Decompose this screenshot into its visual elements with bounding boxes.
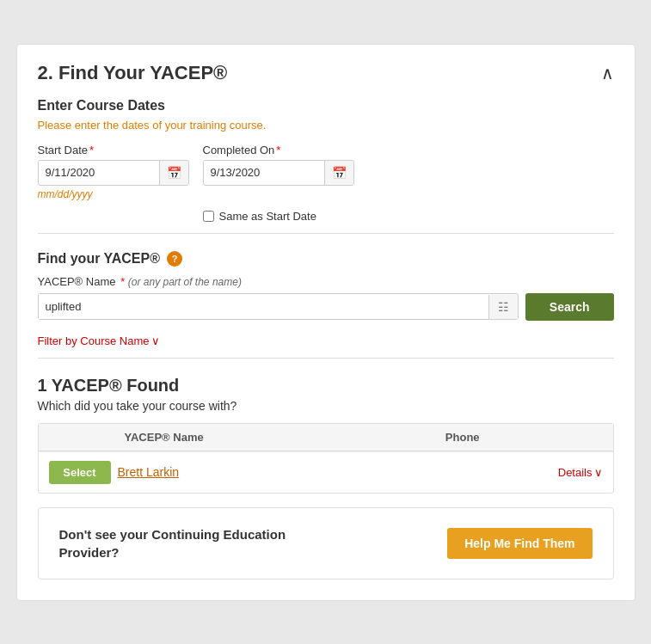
divider-1 [38, 233, 614, 234]
table-col-phone: Phone [445, 431, 603, 444]
completed-on-required: * [276, 144, 280, 156]
same-as-start-checkbox[interactable] [203, 211, 214, 222]
course-dates-title: Enter Course Dates [38, 98, 614, 113]
start-date-input[interactable] [39, 161, 159, 184]
completed-on-input[interactable] [204, 161, 324, 184]
start-date-required: * [89, 144, 94, 156]
yacep-search-input[interactable] [39, 294, 488, 319]
date-row: Start Date* 📅 mm/dd/yyyy Completed On* 📅… [38, 144, 614, 223]
start-date-format-hint: mm/dd/yyyy [38, 188, 189, 200]
grid-icon-btn[interactable]: ☷ [488, 295, 518, 319]
section-title-text: 2. Find Your YACEP [38, 62, 214, 83]
results-title: 1 YACEP® Found [38, 376, 614, 396]
search-row: ☷ Search [38, 293, 614, 321]
same-date-row: Same as Start Date [203, 210, 354, 223]
table-header: YACEP® Name Phone [39, 424, 613, 451]
yacep-name-required: * [120, 275, 125, 288]
start-date-label: Start Date* [38, 144, 189, 156]
completed-on-label: Completed On* [203, 144, 354, 156]
same-as-start-label: Same as Start Date [219, 210, 316, 223]
section-title: 2. Find Your YACEP® [38, 62, 228, 84]
table-col-name: YACEP® Name [125, 431, 439, 444]
search-input-wrap: ☷ [38, 293, 519, 320]
select-button[interactable]: Select [49, 461, 111, 484]
registered-mark: ® [213, 62, 227, 83]
not-found-box: Don't see your Continuing Education Prov… [38, 507, 614, 580]
divider-2 [38, 358, 614, 359]
not-found-text: Don't see your Continuing Education Prov… [59, 525, 317, 561]
yacep-name[interactable]: Brett Larkin [118, 465, 402, 479]
results-subtitle: Which did you take your course with? [38, 399, 614, 413]
help-me-find-button[interactable]: Help Me Find Them [447, 528, 592, 559]
find-yacep-section: Find your YACEP® ? YACEP® Name * (or any… [38, 251, 614, 347]
section-header: 2. Find Your YACEP® ∧ [38, 62, 614, 84]
yacep-name-label: YACEP® Name * (or any part of the name) [38, 275, 614, 288]
find-yacep-header: Find your YACEP® ? [38, 251, 614, 267]
start-date-field: Start Date* 📅 mm/dd/yyyy [38, 144, 189, 200]
yacep-help-icon[interactable]: ? [167, 251, 182, 267]
start-date-calendar-btn[interactable]: 📅 [159, 161, 188, 185]
filter-by-course-link[interactable]: Filter by Course Name ∨ [38, 334, 160, 347]
completed-on-field: Completed On* 📅 Same as Start Date [203, 144, 354, 223]
results-section: 1 YACEP® Found Which did you take your c… [38, 376, 614, 494]
results-table: YACEP® Name Phone Select Brett Larkin De… [38, 423, 614, 494]
table-row: Select Brett Larkin Details ∨ [39, 451, 613, 493]
course-dates-instruction: Please enter the dates of your training … [38, 119, 614, 132]
main-card: 2. Find Your YACEP® ∧ Enter Course Dates… [16, 44, 636, 601]
search-button[interactable]: Search [525, 293, 614, 321]
details-link[interactable]: Details ∨ [558, 466, 603, 479]
find-yacep-title: Find your YACEP® [38, 251, 161, 267]
start-date-input-wrap: 📅 [38, 160, 189, 186]
completed-on-calendar-btn[interactable]: 📅 [324, 161, 353, 185]
completed-on-input-wrap: 📅 [203, 160, 354, 186]
collapse-icon[interactable]: ∧ [601, 63, 614, 83]
table-header-spacer [49, 431, 118, 444]
